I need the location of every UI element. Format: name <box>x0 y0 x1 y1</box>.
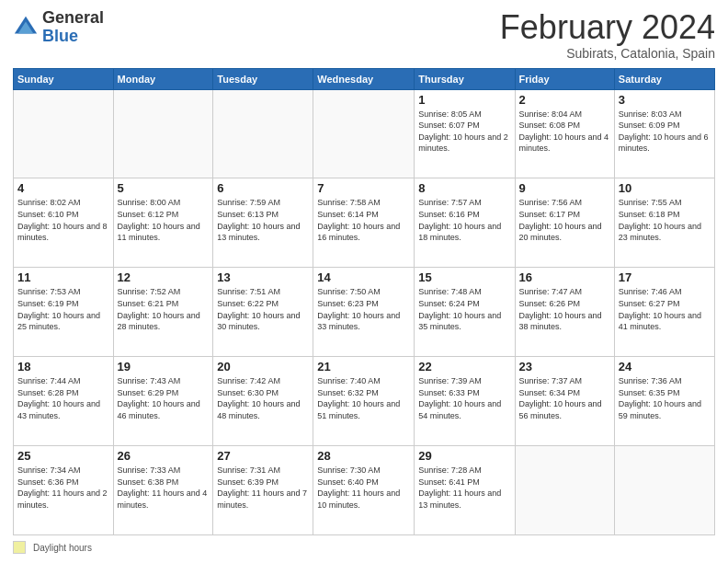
day-number: 23 <box>519 360 610 373</box>
calendar-table: Sunday Monday Tuesday Wednesday Thursday… <box>13 68 715 535</box>
calendar-cell: 3Sunrise: 8:03 AMSunset: 6:09 PMDaylight… <box>614 89 714 178</box>
header-thursday: Thursday <box>415 68 515 89</box>
calendar-cell: 20Sunrise: 7:42 AMSunset: 6:30 PMDayligh… <box>213 357 313 446</box>
calendar-cell: 27Sunrise: 7:31 AMSunset: 6:39 PMDayligh… <box>213 446 313 535</box>
cell-text: Sunrise: 7:53 AMSunset: 6:19 PMDaylight:… <box>17 287 100 331</box>
day-number: 5 <box>118 181 210 195</box>
calendar-cell: 16Sunrise: 7:47 AMSunset: 6:26 PMDayligh… <box>515 268 614 357</box>
day-number: 21 <box>317 360 410 373</box>
month-title: February 2024 <box>500 9 715 46</box>
cell-text: Sunrise: 8:00 AMSunset: 6:12 PMDaylight:… <box>118 198 200 242</box>
calendar-cell <box>14 89 114 178</box>
calendar-row: 1Sunrise: 8:05 AMSunset: 6:07 PMDaylight… <box>14 89 715 178</box>
calendar-cell: 25Sunrise: 7:34 AMSunset: 6:36 PMDayligh… <box>14 446 114 535</box>
calendar-row: 18Sunrise: 7:44 AMSunset: 6:28 PMDayligh… <box>14 357 715 446</box>
cell-text: Sunrise: 7:51 AMSunset: 6:22 PMDaylight:… <box>217 287 300 331</box>
day-number: 13 <box>217 270 309 284</box>
header-row: Sunday Monday Tuesday Wednesday Thursday… <box>14 68 715 89</box>
day-number: 16 <box>519 270 610 284</box>
cell-text: Sunrise: 7:58 AMSunset: 6:14 PMDaylight:… <box>317 198 400 242</box>
footer: Daylight hours <box>13 541 715 554</box>
calendar-cell: 10Sunrise: 7:55 AMSunset: 6:18 PMDayligh… <box>614 178 714 268</box>
day-number: 28 <box>317 449 410 463</box>
day-number: 22 <box>418 360 510 373</box>
calendar-cell: 4Sunrise: 8:02 AMSunset: 6:10 PMDaylight… <box>14 178 114 268</box>
day-number: 11 <box>17 270 109 284</box>
day-number: 14 <box>317 270 410 284</box>
logo-blue: Blue <box>42 28 104 46</box>
calendar-cell: 13Sunrise: 7:51 AMSunset: 6:22 PMDayligh… <box>213 268 313 357</box>
calendar-cell: 19Sunrise: 7:43 AMSunset: 6:29 PMDayligh… <box>113 357 213 446</box>
calendar-cell: 26Sunrise: 7:33 AMSunset: 6:38 PMDayligh… <box>113 446 213 535</box>
cell-text: Sunrise: 7:39 AMSunset: 6:33 PMDaylight:… <box>418 376 501 420</box>
cell-text: Sunrise: 7:44 AMSunset: 6:28 PMDaylight:… <box>17 376 100 420</box>
cell-text: Sunrise: 7:56 AMSunset: 6:17 PMDaylight:… <box>519 198 602 242</box>
cell-text: Sunrise: 7:40 AMSunset: 6:32 PMDaylight:… <box>317 376 400 420</box>
calendar-cell <box>614 446 714 535</box>
logo-text: General Blue <box>42 9 104 46</box>
location: Subirats, Catalonia, Spain <box>500 46 715 61</box>
cell-text: Sunrise: 7:57 AMSunset: 6:16 PMDaylight:… <box>418 198 501 242</box>
calendar-cell: 28Sunrise: 7:30 AMSunset: 6:40 PMDayligh… <box>313 446 415 535</box>
cell-text: Sunrise: 7:46 AMSunset: 6:27 PMDaylight:… <box>619 287 701 331</box>
calendar-cell: 7Sunrise: 7:58 AMSunset: 6:14 PMDaylight… <box>313 178 415 268</box>
day-number: 18 <box>17 360 109 373</box>
day-number: 20 <box>217 360 309 373</box>
calendar-cell: 11Sunrise: 7:53 AMSunset: 6:19 PMDayligh… <box>14 268 114 357</box>
cell-text: Sunrise: 7:50 AMSunset: 6:23 PMDaylight:… <box>317 287 400 331</box>
cell-text: Sunrise: 7:55 AMSunset: 6:18 PMDaylight:… <box>619 198 701 242</box>
logo-icon <box>13 15 39 40</box>
calendar-cell: 15Sunrise: 7:48 AMSunset: 6:24 PMDayligh… <box>415 268 515 357</box>
daylight-label: Daylight hours <box>33 543 92 553</box>
day-number: 26 <box>118 449 210 463</box>
calendar-cell: 21Sunrise: 7:40 AMSunset: 6:32 PMDayligh… <box>313 357 415 446</box>
calendar-cell: 8Sunrise: 7:57 AMSunset: 6:16 PMDaylight… <box>415 178 515 268</box>
calendar-cell: 17Sunrise: 7:46 AMSunset: 6:27 PMDayligh… <box>614 268 714 357</box>
calendar-cell: 12Sunrise: 7:52 AMSunset: 6:21 PMDayligh… <box>113 268 213 357</box>
day-number: 10 <box>619 181 711 195</box>
cell-text: Sunrise: 8:05 AMSunset: 6:07 PMDaylight:… <box>418 109 508 154</box>
title-section: February 2024 Subirats, Catalonia, Spain <box>500 9 715 61</box>
day-number: 25 <box>17 449 109 463</box>
day-number: 2 <box>519 93 610 107</box>
cell-text: Sunrise: 7:37 AMSunset: 6:34 PMDaylight:… <box>519 376 602 420</box>
day-number: 19 <box>118 360 210 373</box>
page: General Blue February 2024 Subirats, Cat… <box>0 0 728 563</box>
header-sunday: Sunday <box>14 68 114 89</box>
header-monday: Monday <box>113 68 213 89</box>
cell-text: Sunrise: 7:36 AMSunset: 6:35 PMDaylight:… <box>619 376 701 420</box>
cell-text: Sunrise: 7:48 AMSunset: 6:24 PMDaylight:… <box>418 287 501 331</box>
day-number: 9 <box>519 181 610 195</box>
day-number: 8 <box>418 181 510 195</box>
calendar-row: 25Sunrise: 7:34 AMSunset: 6:36 PMDayligh… <box>14 446 715 535</box>
calendar-cell: 6Sunrise: 7:59 AMSunset: 6:13 PMDaylight… <box>213 178 313 268</box>
calendar-cell <box>113 89 213 178</box>
cell-text: Sunrise: 7:47 AMSunset: 6:26 PMDaylight:… <box>519 287 602 331</box>
day-number: 27 <box>217 449 309 463</box>
cell-text: Sunrise: 7:34 AMSunset: 6:36 PMDaylight:… <box>17 465 108 510</box>
calendar-row: 4Sunrise: 8:02 AMSunset: 6:10 PMDaylight… <box>14 178 715 268</box>
day-number: 24 <box>619 360 711 373</box>
header-friday: Friday <box>515 68 614 89</box>
logo: General Blue <box>13 9 104 46</box>
day-number: 7 <box>317 181 410 195</box>
day-number: 6 <box>217 181 309 195</box>
calendar-cell: 18Sunrise: 7:44 AMSunset: 6:28 PMDayligh… <box>14 357 114 446</box>
day-number: 15 <box>418 270 510 284</box>
cell-text: Sunrise: 7:28 AMSunset: 6:41 PMDaylight:… <box>418 465 501 510</box>
calendar-cell: 14Sunrise: 7:50 AMSunset: 6:23 PMDayligh… <box>313 268 415 357</box>
header-saturday: Saturday <box>614 68 714 89</box>
day-number: 29 <box>418 449 510 463</box>
logo-general: General <box>42 9 104 28</box>
calendar-cell: 22Sunrise: 7:39 AMSunset: 6:33 PMDayligh… <box>415 357 515 446</box>
header-tuesday: Tuesday <box>213 68 313 89</box>
daylight-box <box>13 541 26 554</box>
cell-text: Sunrise: 8:03 AMSunset: 6:09 PMDaylight:… <box>619 109 709 154</box>
header-wednesday: Wednesday <box>313 68 415 89</box>
top-section: General Blue February 2024 Subirats, Cat… <box>13 9 715 61</box>
cell-text: Sunrise: 8:02 AMSunset: 6:10 PMDaylight:… <box>17 198 108 242</box>
cell-text: Sunrise: 7:33 AMSunset: 6:38 PMDaylight:… <box>118 465 208 510</box>
calendar-cell: 2Sunrise: 8:04 AMSunset: 6:08 PMDaylight… <box>515 89 614 178</box>
calendar-row: 11Sunrise: 7:53 AMSunset: 6:19 PMDayligh… <box>14 268 715 357</box>
calendar-cell: 5Sunrise: 8:00 AMSunset: 6:12 PMDaylight… <box>113 178 213 268</box>
